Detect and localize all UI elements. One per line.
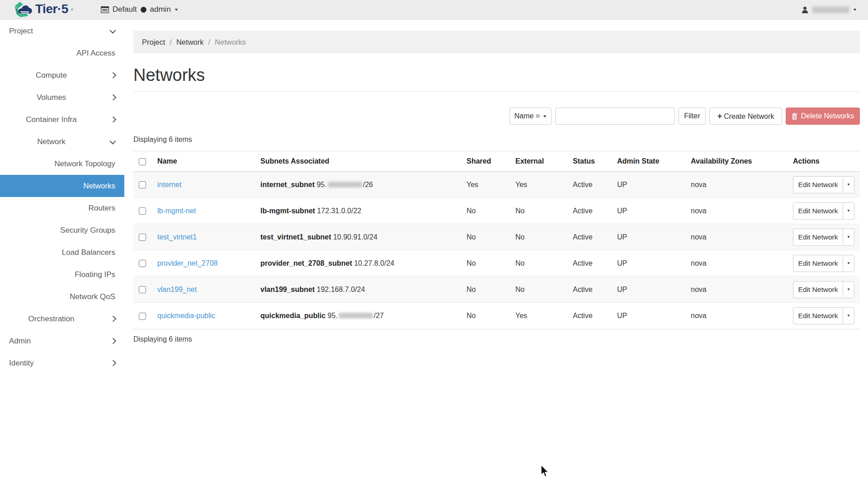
breadcrumb-network[interactable]: Network xyxy=(176,38,204,47)
col-header-status: Status xyxy=(567,151,612,172)
subnet-name: provider_net_2708_subnet xyxy=(260,259,352,267)
chevron-down-icon: ▼ xyxy=(174,8,179,12)
admin-state-value: UP xyxy=(612,198,685,224)
edit-network-dropdown-toggle[interactable]: ▼ xyxy=(843,229,854,246)
sidebar-item-identity[interactable]: Identity xyxy=(0,352,124,374)
network-name-link[interactable]: test_virtnet1 xyxy=(157,233,197,241)
row-checkbox[interactable] xyxy=(139,207,146,215)
create-network-button[interactable]: +Create Network xyxy=(709,108,782,125)
subnet-name: lb-mgmt-subnet xyxy=(260,207,315,215)
row-checkbox[interactable] xyxy=(139,234,146,241)
edit-network-button[interactable]: Edit Network xyxy=(793,255,843,272)
select-all-checkbox[interactable] xyxy=(139,158,146,165)
sidebar-item-security-groups[interactable]: Security Groups xyxy=(0,219,124,241)
subnet-cidr: 10.90.91.0/24 xyxy=(333,233,377,241)
sidebar-item-networks[interactable]: Networks xyxy=(0,175,124,197)
sidebar-item-compute[interactable]: Compute xyxy=(0,64,124,86)
networks-table: Name Subnets Associated Shared External … xyxy=(133,151,860,329)
sidebar-item-floating-ips[interactable]: Floating IPs xyxy=(0,263,124,286)
availability-zones-value: nova xyxy=(685,172,788,198)
breadcrumb-separator: / xyxy=(208,38,210,47)
edit-network-dropdown-toggle[interactable]: ▼ xyxy=(843,281,854,298)
network-name-link[interactable]: internet xyxy=(157,181,181,188)
external-value: No xyxy=(510,277,567,303)
admin-state-value: UP xyxy=(612,277,685,303)
items-count-top: Displaying 6 items xyxy=(133,136,860,144)
availability-zones-value: nova xyxy=(685,303,788,329)
table-row: provider_net_2708 provider_net_2708_subn… xyxy=(133,250,860,277)
status-value: Active xyxy=(567,198,612,224)
edit-network-button[interactable]: Edit Network xyxy=(793,229,843,246)
row-actions: Edit Network ▼ xyxy=(793,202,854,220)
sidebar-item-network-qos[interactable]: Network QoS xyxy=(0,286,124,308)
edit-network-dropdown-toggle[interactable]: ▼ xyxy=(843,307,854,324)
network-name-link[interactable]: vlan199_net xyxy=(157,286,197,293)
edit-network-button[interactable]: Edit Network xyxy=(793,307,843,324)
edit-network-dropdown-toggle[interactable]: ▼ xyxy=(843,255,854,272)
cidr-redacted xyxy=(328,182,362,188)
top-header-bar: Tier·5® Default admin ▼ ▼ xyxy=(0,0,868,19)
row-actions: Edit Network ▼ xyxy=(793,307,854,324)
table-row: quickmedia-public quickmedia_public 95./… xyxy=(133,303,860,329)
sidebar-item-routers[interactable]: Routers xyxy=(0,197,124,219)
network-name-link[interactable]: lb-mgmt-net xyxy=(157,207,196,215)
shared-value: No xyxy=(461,277,510,303)
col-header-external: External xyxy=(510,151,567,172)
domain-project-switcher[interactable]: Default admin ▼ xyxy=(101,5,178,14)
status-value: Active xyxy=(567,303,612,329)
col-header-name[interactable]: Name xyxy=(152,151,255,172)
items-count-bottom: Displaying 6 items xyxy=(133,329,860,343)
sidebar-item-volumes[interactable]: Volumes xyxy=(0,86,124,108)
username-redacted xyxy=(812,6,849,13)
sidebar-item-api-access[interactable]: API Access xyxy=(0,42,124,64)
breadcrumb-networks: Networks xyxy=(215,38,246,47)
edit-network-button[interactable]: Edit Network xyxy=(793,281,843,298)
filter-input[interactable] xyxy=(555,108,675,125)
subnet-cidr: 192.168.7.0/24 xyxy=(317,286,365,293)
filter-field-dropdown[interactable]: Name = ▼ xyxy=(509,108,552,125)
sidebar-item-network-topology[interactable]: Network Topology xyxy=(0,153,124,175)
network-name-link[interactable]: provider_net_2708 xyxy=(157,259,217,267)
brand-logo[interactable]: Tier·5® xyxy=(14,1,74,18)
availability-zones-value: nova xyxy=(685,224,788,250)
filter-button[interactable]: Filter xyxy=(679,108,706,125)
availability-zones-value: nova xyxy=(685,250,788,277)
edit-network-dropdown-toggle[interactable]: ▼ xyxy=(843,176,854,193)
user-icon xyxy=(801,6,809,14)
sidebar-item-orchestration[interactable]: Orchestration xyxy=(0,308,124,330)
external-value: Yes xyxy=(510,303,567,329)
col-header-subnets: Subnets Associated xyxy=(255,151,461,172)
breadcrumb-project[interactable]: Project xyxy=(142,38,165,47)
sidebar-item-label: Container Infra xyxy=(0,115,124,124)
edit-network-dropdown-toggle[interactable]: ▼ xyxy=(843,202,854,220)
external-value: Yes xyxy=(510,172,567,198)
user-menu[interactable]: ▼ xyxy=(801,0,857,19)
sidebar-item-label: Identity xyxy=(0,359,124,368)
sidebar-item-project[interactable]: Project xyxy=(0,20,124,42)
sidebar-item-label: Network xyxy=(0,137,124,146)
subnet-cidr: 95. xyxy=(328,312,338,319)
table-row: internet internet_subnet 95./26 Yes Yes … xyxy=(133,172,860,198)
admin-state-value: UP xyxy=(612,303,685,329)
network-name-link[interactable]: quickmedia-public xyxy=(157,312,215,319)
subnet-cidr: 95. xyxy=(316,181,326,188)
chevron-down-icon: ▼ xyxy=(852,8,857,12)
edit-network-button[interactable]: Edit Network xyxy=(793,202,843,220)
registered-mark: ® xyxy=(71,8,74,12)
delete-networks-button[interactable]: Delete Networks xyxy=(786,108,860,125)
row-checkbox[interactable] xyxy=(139,181,146,188)
sidebar-item-network[interactable]: Network xyxy=(0,131,124,153)
col-header-actions: Actions xyxy=(788,151,860,172)
subnet-cidr: 10.27.8.0/24 xyxy=(354,259,394,267)
edit-network-button[interactable]: Edit Network xyxy=(793,176,843,193)
row-checkbox[interactable] xyxy=(139,286,146,293)
sidebar-item-admin[interactable]: Admin xyxy=(0,330,124,352)
admin-state-value: UP xyxy=(612,224,685,250)
row-checkbox[interactable] xyxy=(139,260,146,267)
domain-name: Default xyxy=(113,5,137,14)
row-checkbox[interactable] xyxy=(139,313,146,320)
sidebar-item-label: Network Topology xyxy=(0,160,124,169)
sidebar-item-load-balancers[interactable]: Load Balancers xyxy=(0,241,124,263)
sidebar-item-label: Network QoS xyxy=(0,292,124,301)
sidebar-item-container-infra[interactable]: Container Infra xyxy=(0,108,124,131)
